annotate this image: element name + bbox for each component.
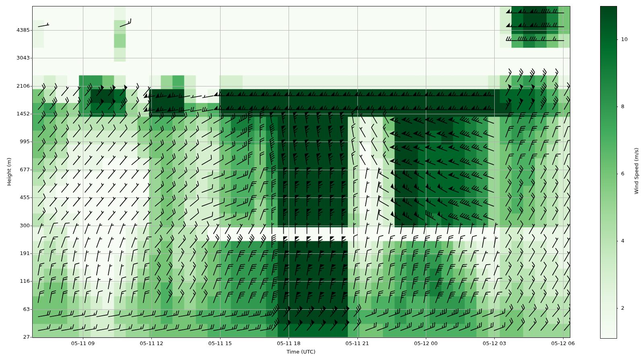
y-tick-label: 4385 xyxy=(0,27,30,33)
colorbar-tick-label: 4 xyxy=(621,238,624,244)
x-tick-label: 05-12 00 xyxy=(414,340,438,347)
colorbar-label: Wind Speed (m/s) xyxy=(634,148,640,194)
y-tick-label: 455 xyxy=(0,194,30,201)
y-axis-label: Height (m) xyxy=(6,158,12,186)
y-tick-label: 191 xyxy=(0,250,30,257)
y-tick-label: 3043 xyxy=(0,55,30,61)
x-tick-label: 05-12 06 xyxy=(551,340,575,347)
y-tick-label: 995 xyxy=(0,138,30,145)
colorbar-tick-label: 10 xyxy=(621,36,628,43)
colorbar-tick-label: 6 xyxy=(621,171,624,177)
y-tick-label: 2106 xyxy=(0,83,30,89)
y-tick-label: 300 xyxy=(0,222,30,229)
y-tick-label: 27 xyxy=(0,334,30,340)
x-tick-label: 05-11 18 xyxy=(277,340,300,347)
y-tick-label: 116 xyxy=(0,278,30,284)
heatmap-wind-barb-canvas xyxy=(0,0,644,362)
wind-profile-figure: 05-11 0905-11 1205-11 1505-11 1805-11 21… xyxy=(0,0,644,362)
x-axis-label: Time (UTC) xyxy=(287,349,316,355)
colorbar-tick-label: 8 xyxy=(621,103,624,110)
x-tick-label: 05-11 12 xyxy=(140,340,163,347)
y-tick-label: 1452 xyxy=(0,111,30,117)
x-tick-label: 05-11 09 xyxy=(71,340,95,347)
x-tick-label: 05-12 03 xyxy=(483,340,506,347)
colorbar-tick-label: 2 xyxy=(621,305,624,311)
y-tick-label: 63 xyxy=(0,306,30,313)
x-tick-label: 05-11 21 xyxy=(345,340,369,347)
x-tick-label: 05-11 15 xyxy=(208,340,232,347)
y-tick-label: 677 xyxy=(0,167,30,173)
